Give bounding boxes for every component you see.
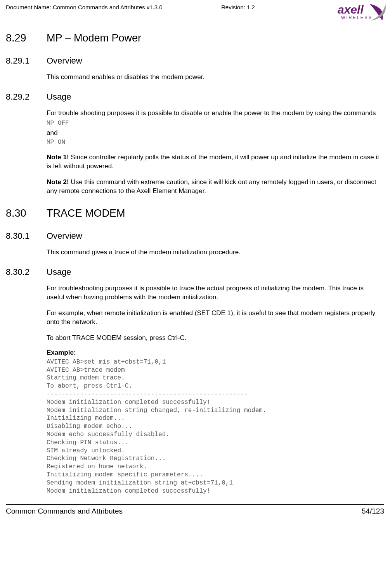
subsection-title: Usage [47,267,383,277]
footer-right: 54/123 [362,507,384,516]
subsection-title: Overview [47,231,383,241]
usage-para-2: For example, when remote initialization … [47,309,383,327]
command-on: MP ON [47,138,383,147]
and-word: and [47,129,383,137]
footer-divider [6,504,384,505]
section-number: 8.30 [6,207,47,219]
usage-para-3: To abort TRACE MODEM session, press Ctrl… [47,334,383,343]
subsection-number: 8.29.1 [6,56,47,82]
subsection-title: Overview [47,56,383,66]
svg-text:axell: axell [338,3,364,16]
usage-intro: For trouble shooting purposes it is poss… [47,109,383,118]
note-2-label: Note 2! [47,178,69,186]
example-body: AVITEC AB>set mis at+cbst=71,0,1 AVITEC … [47,358,383,495]
section-title: MP – Modem Power [47,32,383,44]
section-title: TRACE MODEM [47,207,383,219]
subsection-title: Usage [47,92,383,102]
note-1: Note 1! Since controller regularly polls… [47,153,383,171]
footer-left: Common Commands and Attributes [6,507,123,516]
header-divider [6,25,295,25]
note-1-body: Since controller regularly polls the sta… [47,153,379,170]
svg-text:WIRELESS: WIRELESS [341,15,373,20]
note-2-body: Use this command with extreme caution, s… [47,178,376,195]
note-1-label: Note 1! [47,153,69,161]
doc-name-label: Document Name: Common Commands and Attri… [6,4,221,10]
subsection-number: 8.30.1 [6,231,47,257]
command-off: MP OFF [47,119,383,128]
subsection-number: 8.29.2 [6,92,47,196]
section-number: 8.29 [6,32,47,44]
note-2: Note 2! Use this command with extreme ca… [47,178,383,196]
subsection-number: 8.30.2 [6,267,47,495]
overview-body: This command gives a trace of the modem … [47,248,383,257]
overview-body: This command enables or disables the mod… [47,73,383,82]
usage-para-1: For troubleshooting purposes it is possi… [47,284,383,302]
example-label: Example: [47,349,383,357]
brand-logo: axell WIRELESS [301,2,390,23]
